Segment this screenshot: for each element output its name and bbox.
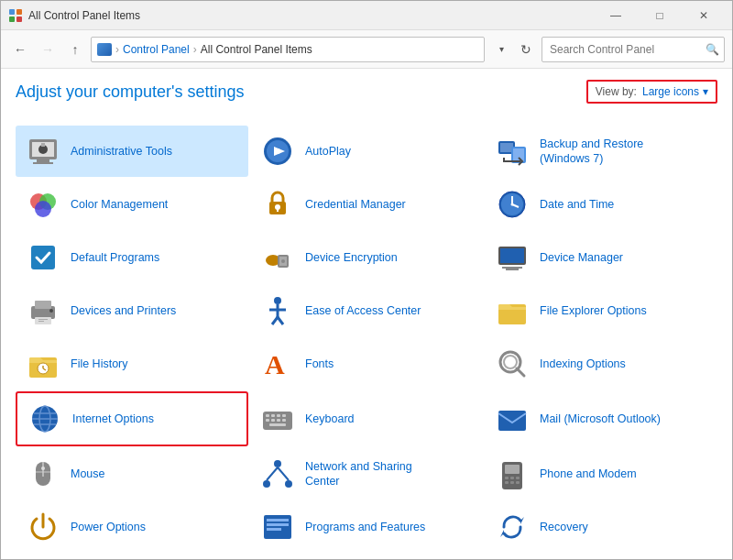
panel-item-ease-of-access[interactable]: Ease of Access Center xyxy=(250,285,483,336)
search-input[interactable] xyxy=(542,37,725,62)
breadcrumb-folder-icon xyxy=(97,43,112,56)
keyboard-icon xyxy=(259,401,296,437)
panel-item-region[interactable]: Region xyxy=(16,555,248,560)
svg-rect-9 xyxy=(41,143,45,147)
panel-item-date-time[interactable]: Date and Time xyxy=(485,179,717,230)
autoplay-label: AutoPlay xyxy=(305,144,351,159)
title-bar-icon xyxy=(8,8,23,23)
view-by-selector[interactable]: View by: Large icons ▾ xyxy=(586,80,717,104)
panel-item-security-maintenance[interactable]: Security and Maintenance xyxy=(485,555,717,560)
panel-item-remoteapp[interactable]: RemoteApp and Desktop Connections xyxy=(250,555,483,560)
svg-rect-70 xyxy=(277,419,280,422)
svg-rect-94 xyxy=(267,528,281,531)
panel-item-device-manager[interactable]: Device Manager xyxy=(485,232,717,283)
svg-rect-42 xyxy=(38,321,44,322)
svg-point-43 xyxy=(49,309,53,313)
svg-rect-23 xyxy=(277,209,279,212)
back-button[interactable]: ← xyxy=(8,38,32,61)
indexing-options-label: Indexing Options xyxy=(540,357,626,371)
items-grid: Administrative ToolsAutoPlayBackup and R… xyxy=(16,126,717,560)
svg-point-33 xyxy=(281,259,285,263)
panel-item-device-encryption[interactable]: Device Encryption xyxy=(250,232,483,283)
panel-item-file-history[interactable]: File History xyxy=(16,338,248,390)
breadcrumb-sep2: › xyxy=(193,43,197,56)
panel-item-autoplay[interactable]: AutoPlay xyxy=(250,126,483,177)
panel-item-internet-options[interactable]: Internet Options xyxy=(16,391,248,446)
breadcrumb-control-panel[interactable]: Control Panel xyxy=(123,43,190,56)
svg-rect-85 xyxy=(505,477,509,479)
svg-rect-71 xyxy=(282,419,286,422)
recovery-icon xyxy=(494,509,531,545)
programs-features-label: Programs and Features xyxy=(305,520,425,534)
recovery-label: Recovery xyxy=(540,520,588,534)
panel-item-credential-manager[interactable]: Credential Manager xyxy=(250,179,483,230)
panel-item-phone-modem[interactable]: Phone and Modem xyxy=(485,448,717,500)
file-history-label: File History xyxy=(71,357,128,371)
up-button[interactable]: ↑ xyxy=(63,38,87,61)
panel-item-programs-features[interactable]: Programs and Features xyxy=(250,501,483,553)
power-options-label: Power Options xyxy=(71,520,146,534)
svg-point-80 xyxy=(285,480,292,488)
panel-item-administrative-tools[interactable]: Administrative Tools xyxy=(16,126,248,177)
svg-rect-93 xyxy=(267,523,289,526)
panel-item-color-management[interactable]: Color Management xyxy=(16,179,248,230)
svg-line-57 xyxy=(517,368,524,376)
administrative-tools-label: Administrative Tools xyxy=(71,144,172,159)
device-encryption-label: Device Encryption xyxy=(305,250,398,265)
view-by-label: View by: xyxy=(596,85,637,98)
internet-options-label: Internet Options xyxy=(72,412,154,426)
svg-rect-66 xyxy=(277,414,280,417)
search-wrapper: 🔍 xyxy=(542,37,725,62)
panel-item-backup-restore[interactable]: Backup and Restore (Windows 7) xyxy=(485,126,717,177)
refresh-button[interactable]: ↻ xyxy=(514,38,538,61)
svg-rect-67 xyxy=(282,414,286,417)
mail-outlook-label: Mail (Microsoft Outlook) xyxy=(540,412,661,426)
file-explorer-options-icon xyxy=(494,292,531,329)
breadcrumb-dropdown-button[interactable]: ▾ xyxy=(492,37,510,62)
panel-item-file-explorer-options[interactable]: File Explorer Options xyxy=(485,285,717,336)
default-programs-icon xyxy=(25,239,61,276)
page-title: Adjust your computer's settings xyxy=(16,82,245,102)
breadcrumb-current: All Control Panel Items xyxy=(201,43,312,56)
svg-rect-36 xyxy=(502,267,522,269)
svg-rect-72 xyxy=(269,423,286,426)
panel-item-network-sharing[interactable]: Network and Sharing Center xyxy=(250,448,483,500)
panel-item-default-programs[interactable]: Default Programs xyxy=(16,232,248,283)
minimize-button[interactable]: — xyxy=(595,1,637,30)
svg-rect-69 xyxy=(271,419,275,422)
title-bar-controls: — □ ✕ xyxy=(595,1,725,30)
view-by-value[interactable]: Large icons ▾ xyxy=(642,85,708,98)
content-area: Adjust your computer's settings View by:… xyxy=(1,69,732,560)
fonts-label: Fonts xyxy=(305,357,334,371)
svg-rect-37 xyxy=(506,269,519,270)
mail-outlook-icon xyxy=(494,401,531,437)
svg-rect-29 xyxy=(31,246,55,269)
svg-rect-1 xyxy=(16,9,22,15)
maximize-button[interactable]: □ xyxy=(639,1,681,30)
breadcrumb-sep1: › xyxy=(115,43,119,56)
svg-rect-41 xyxy=(38,319,48,320)
svg-rect-92 xyxy=(267,519,289,522)
svg-point-78 xyxy=(274,460,281,467)
panel-item-recovery[interactable]: Recovery xyxy=(485,501,717,553)
svg-rect-3 xyxy=(16,16,22,22)
panel-item-keyboard[interactable]: Keyboard xyxy=(250,391,483,446)
panel-item-mail-outlook[interactable]: Mail (Microsoft Outlook) xyxy=(485,391,717,446)
panel-item-mouse[interactable]: Mouse xyxy=(16,448,248,500)
backup-restore-label: Backup and Restore (Windows 7) xyxy=(540,137,643,167)
panel-item-devices-printers[interactable]: Devices and Printers xyxy=(16,285,248,336)
panel-item-power-options[interactable]: Power Options xyxy=(16,501,248,553)
svg-rect-65 xyxy=(271,414,275,417)
svg-rect-90 xyxy=(516,481,520,484)
forward-button[interactable]: → xyxy=(36,38,60,61)
svg-rect-6 xyxy=(37,159,49,162)
close-button[interactable]: ✕ xyxy=(683,1,725,30)
date-time-label: Date and Time xyxy=(540,197,614,212)
file-explorer-options-label: File Explorer Options xyxy=(540,303,647,318)
svg-rect-64 xyxy=(266,414,269,417)
svg-point-44 xyxy=(274,297,281,304)
devices-printers-label: Devices and Printers xyxy=(71,303,176,318)
default-programs-label: Default Programs xyxy=(71,250,159,265)
panel-item-fonts[interactable]: AFonts xyxy=(250,338,483,390)
panel-item-indexing-options[interactable]: Indexing Options xyxy=(485,338,717,390)
